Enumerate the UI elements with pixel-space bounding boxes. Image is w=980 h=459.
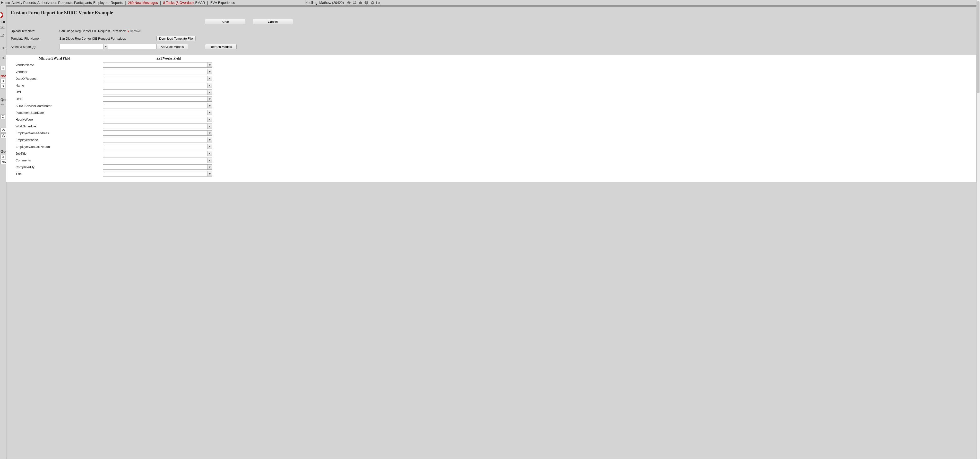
nav-activity-records[interactable]: Activity Records bbox=[11, 1, 36, 5]
separator: | bbox=[124, 1, 127, 5]
home-icon[interactable] bbox=[347, 0, 351, 5]
separator: | bbox=[159, 1, 162, 5]
nav-tasks[interactable]: 8 Tasks (8 Overdue) bbox=[163, 1, 194, 5]
nav-logout[interactable]: Lo bbox=[376, 1, 380, 5]
people-icon[interactable] bbox=[353, 0, 357, 5]
top-nav: Home Activity Records Authorization Requ… bbox=[0, 0, 381, 5]
nav-employers[interactable]: Employers bbox=[93, 1, 109, 5]
nav-emar[interactable]: EMAR bbox=[195, 1, 205, 5]
nav-reports[interactable]: Reports bbox=[111, 1, 123, 5]
nav-messages[interactable]: 269 New Messages bbox=[128, 1, 158, 5]
help-icon[interactable] bbox=[364, 0, 369, 5]
nav-evv[interactable]: EVV Experience bbox=[210, 1, 235, 5]
nav-user[interactable]: Koelling, Mathew (20422) bbox=[305, 1, 344, 5]
nav-authorization-requests[interactable]: Authorization Requests bbox=[37, 1, 73, 5]
briefcase-icon[interactable] bbox=[358, 0, 363, 5]
nav-home[interactable]: Home bbox=[1, 1, 10, 5]
gear-icon[interactable] bbox=[370, 0, 374, 5]
separator: | bbox=[207, 1, 209, 5]
nav-participants[interactable]: Participants bbox=[74, 1, 92, 5]
